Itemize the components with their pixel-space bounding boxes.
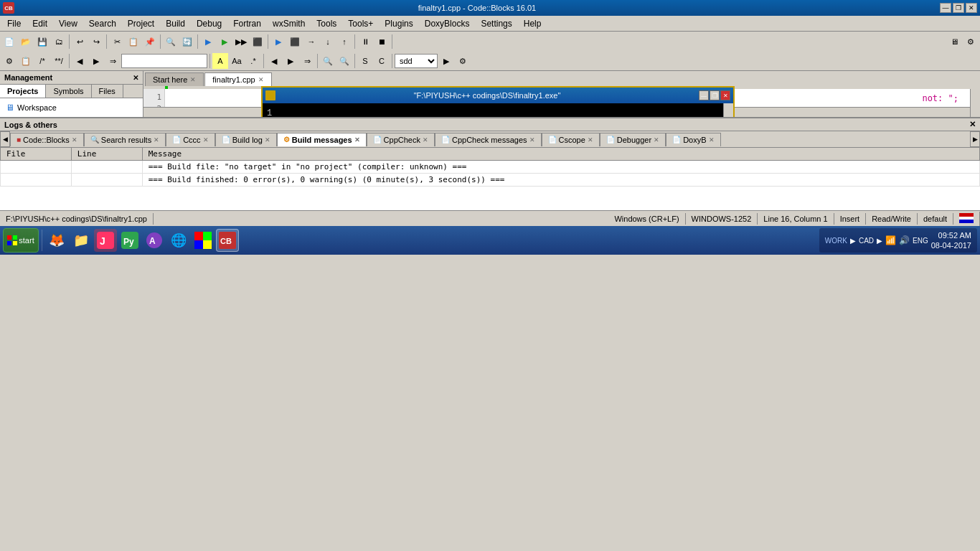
step-into-button[interactable]: ↓ bbox=[320, 34, 336, 50]
tb2-zoom-out[interactable]: 🔍 bbox=[336, 53, 352, 69]
menu-plugins[interactable]: Plugins bbox=[379, 17, 418, 30]
bottom-tab-cccc-close[interactable]: ✕ bbox=[203, 136, 209, 143]
cut-button[interactable]: ✂ bbox=[109, 34, 125, 50]
editor-scrollbar-v[interactable] bbox=[970, 86, 980, 117]
menu-search[interactable]: Search bbox=[83, 17, 122, 30]
menu-wxsmith[interactable]: wxSmith bbox=[267, 17, 311, 30]
bottom-tab-search-close[interactable]: ✕ bbox=[154, 136, 159, 143]
menu-project[interactable]: Project bbox=[122, 17, 160, 30]
build-run-button[interactable]: ▶▶ bbox=[233, 34, 249, 50]
tb2-extra1[interactable]: ▶ bbox=[438, 53, 454, 69]
tab-start-close[interactable]: ✕ bbox=[190, 76, 196, 83]
tb2-nav3[interactable]: ⇒ bbox=[299, 53, 315, 69]
menu-tools[interactable]: Tools bbox=[311, 17, 342, 30]
bottom-tab-buildlog-close[interactable]: ✕ bbox=[265, 136, 270, 143]
bottom-tab-cscope[interactable]: 📄 Cscope ✕ bbox=[542, 133, 600, 146]
menu-build[interactable]: Build bbox=[160, 17, 191, 30]
bottom-tab-scroll-right[interactable]: ▶ bbox=[970, 131, 980, 147]
sidebar-item-workspace[interactable]: 🖥 Workspace bbox=[3, 101, 140, 114]
bottom-tab-cppcheck-msgs[interactable]: 📄 CppCheck messages ✕ bbox=[435, 133, 542, 146]
find-button[interactable]: 🔍 bbox=[163, 34, 179, 50]
tb2-hl3[interactable]: .* bbox=[245, 53, 261, 69]
bottom-tab-scroll-left[interactable]: ◀ bbox=[0, 131, 10, 147]
taskbar-pycharm[interactable]: Py bbox=[118, 229, 141, 252]
menu-debug[interactable]: Debug bbox=[191, 17, 227, 30]
bottom-tab-debugger[interactable]: 📄 Debugger ✕ bbox=[600, 133, 666, 146]
tb2-hl2[interactable]: Aa bbox=[229, 53, 245, 69]
menu-help[interactable]: Help bbox=[518, 17, 547, 30]
tb2-btn1[interactable]: ⚙ bbox=[1, 53, 17, 69]
tb2-zoom-in[interactable]: 🔍 bbox=[320, 53, 336, 69]
bottom-tab-cppcheckmsgs-close[interactable]: ✕ bbox=[529, 136, 535, 143]
bottom-tab-debugger-close[interactable]: ✕ bbox=[654, 136, 659, 143]
editor-tab-finaltry[interactable]: finaltry1.cpp ✕ bbox=[204, 72, 271, 86]
console-minimize[interactable]: — bbox=[699, 90, 709, 100]
bottom-tab-doxyb-close[interactable]: ✕ bbox=[709, 136, 715, 143]
bottom-tab-doxyb[interactable]: 📄 DoxyB ✕ bbox=[666, 133, 720, 146]
bottom-tab-cccc[interactable]: 📄 Cccc ✕ bbox=[166, 133, 215, 146]
build-button[interactable]: ▶ bbox=[200, 34, 216, 50]
tb2-spell2[interactable]: C bbox=[374, 53, 390, 69]
bottom-tab-codeblocks[interactable]: ■ Code::Blocks ✕ bbox=[10, 133, 84, 146]
close-button[interactable]: ✕ bbox=[966, 3, 977, 13]
tab-finaltry-close[interactable]: ✕ bbox=[258, 76, 264, 83]
tb2-nav2[interactable]: ▶ bbox=[283, 53, 298, 69]
sidebar-tab-symbols[interactable]: Symbols bbox=[46, 85, 91, 98]
scope-combo[interactable]: sdd bbox=[395, 54, 438, 68]
sidebar-close-icon[interactable]: ✕ bbox=[133, 74, 138, 82]
taskbar-intellij[interactable]: J bbox=[94, 229, 117, 252]
minimize-button[interactable]: — bbox=[940, 3, 951, 13]
bottom-tab-cppcheck[interactable]: 📄 CppCheck ✕ bbox=[367, 133, 435, 146]
pause-button[interactable]: ⏸ bbox=[357, 34, 373, 50]
bottom-tab-search-results[interactable]: 🔍 Search results ✕ bbox=[84, 133, 166, 146]
menu-doxyblocks[interactable]: DoxyBlocks bbox=[419, 17, 476, 30]
redo-button[interactable]: ↪ bbox=[88, 34, 104, 50]
tb2-nav1[interactable]: ◀ bbox=[266, 53, 282, 69]
tb2-hl1[interactable]: A bbox=[212, 53, 228, 69]
search-input-field[interactable] bbox=[121, 54, 207, 68]
save-all-button[interactable]: 🗂 bbox=[51, 34, 67, 50]
tb2-spell[interactable]: S bbox=[357, 53, 373, 69]
taskbar-colorful[interactable] bbox=[192, 229, 215, 252]
start-button[interactable]: start bbox=[3, 228, 39, 253]
taskbar-chrome[interactable]: 🌐 bbox=[167, 229, 190, 252]
tb2-next[interactable]: ▶ bbox=[88, 53, 104, 69]
save-button[interactable]: 💾 bbox=[34, 34, 50, 50]
open-button[interactable]: 📂 bbox=[18, 34, 34, 50]
bottom-tab-cscope-close[interactable]: ✕ bbox=[588, 136, 593, 143]
run-button[interactable]: ▶ bbox=[217, 34, 232, 50]
menu-view[interactable]: View bbox=[53, 17, 83, 30]
step-out-button[interactable]: ↑ bbox=[336, 34, 352, 50]
new-button[interactable]: 📄 bbox=[1, 34, 17, 50]
copy-button[interactable]: 📋 bbox=[126, 34, 141, 50]
bottom-tab-buildmessages[interactable]: ⚙ Build messages ✕ bbox=[277, 133, 367, 146]
bottom-tab-buildmessages-close[interactable]: ✕ bbox=[354, 136, 360, 143]
menu-file[interactable]: File bbox=[1, 17, 27, 30]
tb2-btn4[interactable]: **/ bbox=[51, 53, 67, 69]
bottom-tab-codeblocks-close[interactable]: ✕ bbox=[72, 136, 77, 143]
replace-button[interactable]: 🔄 bbox=[179, 34, 195, 50]
console-maximize[interactable]: ❐ bbox=[710, 90, 720, 100]
step-over-button[interactable]: → bbox=[303, 34, 319, 50]
tb2-extra2[interactable]: ⚙ bbox=[455, 53, 471, 69]
abort-button[interactable]: ⏹ bbox=[374, 34, 390, 50]
sidebar-tab-files[interactable]: Files bbox=[92, 85, 123, 98]
stop-button[interactable]: ⬛ bbox=[250, 34, 265, 50]
maximize-button[interactable]: ❐ bbox=[953, 3, 964, 13]
taskbar-circle-app[interactable]: A bbox=[143, 229, 166, 252]
menu-settings[interactable]: Settings bbox=[475, 17, 517, 30]
bottom-panel-close-icon[interactable]: ✕ bbox=[969, 120, 976, 129]
toolbar-extra-1[interactable]: 🖥 bbox=[946, 34, 962, 50]
console-scrollbar-v[interactable] bbox=[723, 103, 733, 117]
menu-fortran[interactable]: Fortran bbox=[227, 17, 267, 30]
bottom-tab-buildlog[interactable]: 📄 Build log ✕ bbox=[215, 133, 277, 146]
sidebar-tab-projects[interactable]: Projects bbox=[0, 85, 46, 98]
debug-stop-button[interactable]: ⬛ bbox=[287, 34, 303, 50]
toolbar-extra-2[interactable]: ⚙ bbox=[963, 34, 979, 50]
undo-button[interactable]: ↩ bbox=[72, 34, 88, 50]
tb2-jump[interactable]: ⇒ bbox=[105, 53, 121, 69]
paste-button[interactable]: 📌 bbox=[142, 34, 158, 50]
taskbar-folder[interactable]: 📁 bbox=[70, 229, 93, 252]
tb2-prev[interactable]: ◀ bbox=[72, 53, 88, 69]
menu-edit[interactable]: Edit bbox=[27, 17, 53, 30]
